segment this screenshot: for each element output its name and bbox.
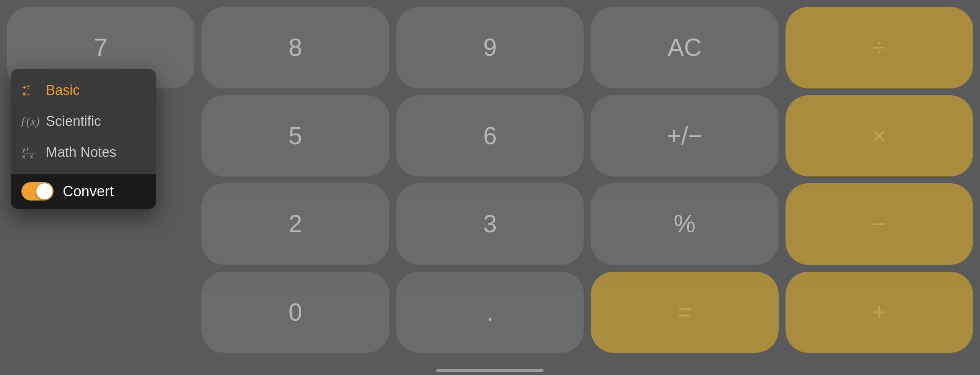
convert-label: Convert <box>63 183 145 200</box>
button-0[interactable]: 0 <box>201 272 389 353</box>
button-3[interactable]: 3 <box>396 183 584 265</box>
button-divide[interactable]: ÷ <box>786 7 973 88</box>
menu-item-scientific[interactable]: ƒ(x) Scientific <box>11 106 156 137</box>
button-equals[interactable]: = <box>591 272 778 353</box>
svg-text:x: x <box>22 153 26 160</box>
button-8[interactable]: 8 <box>201 7 389 88</box>
convert-toggle[interactable] <box>21 182 54 201</box>
button-minus[interactable]: − <box>786 183 973 265</box>
scientific-icon: ƒ(x) <box>21 113 38 130</box>
mathnotes-icon: y / x x <box>21 144 38 161</box>
button-9[interactable]: 9 <box>396 7 584 88</box>
basic-icon: +÷ ×− <box>21 82 38 99</box>
svg-text:y: y <box>22 146 26 153</box>
button-percent[interactable]: % <box>591 183 778 265</box>
toggle-knob <box>36 183 52 199</box>
button-plusminus[interactable]: +/− <box>591 95 778 177</box>
button-decimal[interactable]: . <box>396 272 584 353</box>
menu-item-mathnotes[interactable]: y / x x Math Notes <box>11 137 156 168</box>
button-6[interactable]: 6 <box>396 95 584 177</box>
button-2[interactable]: 2 <box>201 183 389 265</box>
basic-label: Basic <box>46 82 80 98</box>
menu-item-basic[interactable]: +÷ ×− Basic <box>11 75 156 106</box>
button-ac[interactable]: AC <box>591 7 778 88</box>
button-plus[interactable]: + <box>786 272 973 353</box>
button-5[interactable]: 5 <box>201 95 389 177</box>
home-indicator <box>436 369 544 372</box>
convert-section: Convert <box>11 174 156 209</box>
scientific-label: Scientific <box>46 113 101 129</box>
svg-text:×−: ×− <box>22 90 30 98</box>
dropdown-menu: +÷ ×− Basic ƒ(x) Scientific y / x x <box>11 69 156 209</box>
mathnotes-label: Math Notes <box>46 144 116 160</box>
svg-text:+÷: +÷ <box>22 83 30 91</box>
svg-text:x: x <box>30 153 33 160</box>
button-multiply[interactable]: × <box>786 95 973 177</box>
menu-items-section: +÷ ×− Basic ƒ(x) Scientific y / x x <box>11 69 156 174</box>
svg-text:/: / <box>27 145 29 152</box>
